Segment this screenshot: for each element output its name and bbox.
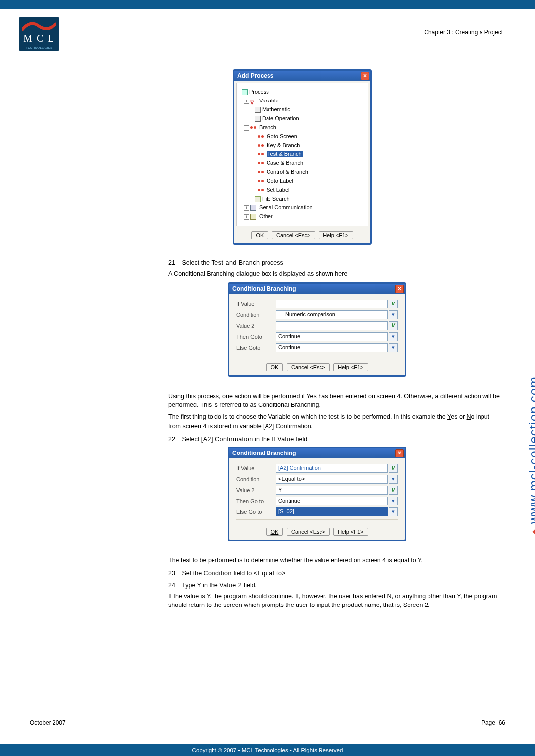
- branch-icon: [258, 178, 264, 184]
- body-text: Using this process, one action will be p…: [168, 392, 503, 409]
- expand-icon[interactable]: +: [244, 205, 249, 211]
- cancel-button[interactable]: Cancel <Esc>: [287, 363, 329, 371]
- step-22: 22 Select [A2] Confirmation in the If Va…: [168, 436, 503, 443]
- value2-input[interactable]: Y: [276, 486, 388, 495]
- ok-button[interactable]: OK: [251, 231, 268, 239]
- cancel-button[interactable]: Cancel <Esc>: [287, 528, 329, 536]
- tree-serial[interactable]: Serial Communication: [259, 204, 313, 210]
- variable-picker-icon[interactable]: V: [389, 464, 398, 473]
- dialog-button-row: OK Cancel <Esc> Help <F1>: [229, 360, 405, 375]
- tree-item[interactable]: Goto Screen: [267, 133, 297, 139]
- process-tree[interactable]: Process + Variable Mathematic Date Opera…: [236, 83, 368, 226]
- then-select[interactable]: Continue: [276, 497, 388, 505]
- dropdown-icon[interactable]: ▾: [389, 332, 398, 341]
- else-label: Else Goto: [236, 345, 276, 351]
- body-text: The test to be performed is to determine…: [168, 556, 503, 565]
- tree-item[interactable]: Key & Branch: [267, 142, 300, 148]
- serial-icon: [250, 205, 256, 211]
- branch-icon: [258, 143, 264, 149]
- dropdown-icon[interactable]: ▾: [389, 475, 398, 484]
- variable-picker-icon[interactable]: V: [389, 486, 398, 495]
- dropdown-icon[interactable]: ▾: [389, 497, 398, 505]
- logo-letters: M C L: [19, 33, 59, 44]
- then-label: Then Go to: [236, 498, 276, 504]
- dialog-title: Conditional Branching: [232, 450, 296, 456]
- tree-root[interactable]: Process: [249, 89, 269, 95]
- close-icon[interactable]: ×: [361, 72, 369, 80]
- tree-branch[interactable]: Branch: [259, 124, 276, 130]
- dialog-title: Add Process: [237, 72, 273, 79]
- tree-file-search[interactable]: File Search: [262, 196, 290, 202]
- add-process-dialog: Add Process × Process + Variable Mathema…: [233, 69, 372, 245]
- ifvalue-input[interactable]: [A2] Confirmation: [276, 464, 388, 473]
- footer-date: October 2007: [30, 719, 66, 726]
- close-icon[interactable]: ×: [395, 285, 404, 293]
- value2-label: Value 2: [236, 487, 276, 493]
- date-icon: [255, 116, 261, 122]
- page-footer: October 2007 Page 66: [30, 716, 505, 726]
- help-button[interactable]: Help <F1>: [333, 363, 368, 371]
- footer-page: Page 66: [482, 719, 505, 726]
- tree-item[interactable]: Case & Branch: [267, 160, 303, 166]
- step-number: 22: [168, 436, 180, 443]
- branch-icon: [258, 160, 264, 166]
- value2-label: Value 2: [236, 323, 276, 329]
- condition-label: Condition: [236, 476, 276, 482]
- cancel-button[interactable]: Cancel <Esc>: [272, 231, 315, 239]
- tree-mathematic[interactable]: Mathematic: [262, 106, 290, 112]
- help-button[interactable]: Help <F1>: [319, 231, 353, 239]
- conditional-branching-dialog-2: Conditional Branching × If Value [A2] Co…: [228, 447, 406, 541]
- copyright-bar: Copyright © 2007 • MCL Technologies • Al…: [0, 744, 535, 756]
- process-icon: [242, 89, 248, 95]
- step-23: 23 Set the Condition field to <Equal to>: [168, 570, 503, 577]
- else-select[interactable]: Continue: [276, 343, 388, 352]
- branch-icon: [250, 125, 256, 131]
- step-24: 24 Type Y in the Value 2 field.: [168, 582, 503, 589]
- expand-icon[interactable]: +: [244, 214, 249, 220]
- condition-label: Condition: [236, 312, 276, 318]
- then-label: Then Goto: [236, 334, 276, 340]
- tree-item-selected[interactable]: Test & Branch: [267, 151, 302, 157]
- top-accent-bar: [0, 0, 535, 9]
- condition-select[interactable]: <Equal to>: [276, 475, 388, 484]
- variable-picker-icon[interactable]: V: [389, 300, 398, 308]
- dialog-title-bar: Conditional Branching ×: [229, 284, 405, 294]
- step-number: 24: [168, 582, 180, 589]
- tree-item[interactable]: Set Label: [267, 187, 289, 193]
- tree-item[interactable]: Control & Branch: [267, 169, 308, 175]
- tree-other[interactable]: Other: [259, 213, 273, 219]
- ok-button[interactable]: OK: [266, 528, 283, 536]
- math-icon: [255, 107, 261, 113]
- tree-item[interactable]: Goto Label: [267, 178, 293, 184]
- value2-input[interactable]: [276, 321, 388, 330]
- variable-picker-icon[interactable]: V: [389, 321, 398, 330]
- dialog-title: Conditional Branching: [232, 285, 296, 292]
- step-number: 23: [168, 570, 180, 577]
- condition-select[interactable]: --- Numeric comparison ---: [276, 310, 388, 319]
- file-search-icon: [255, 196, 261, 202]
- else-select[interactable]: [S_02]: [276, 507, 388, 516]
- dropdown-icon[interactable]: ▾: [389, 507, 398, 516]
- dropdown-icon[interactable]: ▾: [389, 310, 398, 319]
- step-number: 21: [168, 259, 180, 266]
- branch-icon: [258, 169, 264, 175]
- mcl-logo: M C L TECHNOLOGIES: [19, 17, 59, 51]
- ok-button[interactable]: OK: [266, 363, 283, 371]
- help-button[interactable]: Help <F1>: [333, 528, 368, 536]
- side-url: ◆www.mcl-collection.com: [526, 376, 535, 535]
- main-content: Add Process × Process + Variable Mathema…: [168, 69, 503, 612]
- then-select[interactable]: Continue: [276, 332, 388, 341]
- bullet-icon: ◆: [530, 528, 535, 535]
- tree-date[interactable]: Date Operation: [262, 115, 299, 121]
- conditional-branching-dialog-1: Conditional Branching × If Value V Condi…: [228, 282, 406, 377]
- dialog-title-bar: Conditional Branching ×: [229, 448, 405, 458]
- else-label: Else Go to: [236, 509, 276, 515]
- expand-icon[interactable]: +: [244, 99, 249, 104]
- dropdown-icon[interactable]: ▾: [389, 343, 398, 352]
- ifvalue-input[interactable]: [276, 300, 388, 308]
- dialog-button-row: OK Cancel <Esc> Help <F1>: [234, 228, 370, 243]
- body-text: If the value is Y, the program should co…: [168, 592, 503, 609]
- close-icon[interactable]: ×: [395, 449, 404, 457]
- collapse-icon[interactable]: −: [244, 125, 249, 131]
- tree-variable[interactable]: Variable: [259, 98, 279, 103]
